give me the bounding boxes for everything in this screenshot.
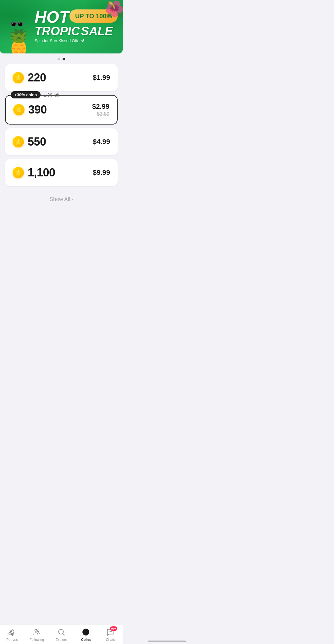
package-right-1100: $9.99 <box>93 169 110 177</box>
banner-flowers-icon: 🌺 <box>105 0 123 18</box>
package-left-1100: ⭐ 1,100 <box>13 166 55 179</box>
coin-icon-1100: ⭐ <box>13 167 24 178</box>
package-left-220: ⭐ 220 <box>13 71 46 84</box>
coin-amount-550: 550 <box>28 135 46 148</box>
dot-1[interactable] <box>58 58 60 60</box>
show-all-container: Show All › <box>0 190 123 212</box>
coin-icon-550: ⭐ <box>13 136 24 147</box>
pagination-dots <box>0 53 123 63</box>
package-right-220: $1.99 <box>93 74 110 82</box>
coin-amount-1100: 1,100 <box>28 166 55 179</box>
bottom-spacer <box>0 212 123 250</box>
pineapple-icon: 🍍 <box>3 30 35 53</box>
price-current-1100: $9.99 <box>93 169 110 177</box>
show-all-label: Show All <box>50 196 70 203</box>
coin-icon-220: ⭐ <box>13 72 24 83</box>
coin-amount-220: 220 <box>28 71 46 84</box>
package-left-390: ⭐ 390 <box>13 103 47 116</box>
show-all-button[interactable]: Show All › <box>50 196 73 203</box>
banner-title-sale: SALE <box>81 25 113 37</box>
banner[interactable]: 🍍 🕶️ HOT TROPIC SALE Spin for Sun-Kissed… <box>0 0 123 53</box>
coin-amount-390: 390 <box>28 103 47 116</box>
coin-icon-390: ⭐ <box>13 104 25 115</box>
featured-badge-label: +30% coins <box>11 91 41 98</box>
banner-subtitle: Spin for Sun-Kissed Offers! <box>35 38 113 43</box>
package-card-1100[interactable]: ⭐ 1,100 $9.99 <box>5 159 118 186</box>
package-right-550: $4.99 <box>93 138 110 146</box>
price-current-550: $4.99 <box>93 138 110 146</box>
chevron-right-icon: › <box>71 197 73 202</box>
price-original-390: $3.89 <box>92 111 109 117</box>
page-wrapper: 🌸 🍍 🕶️ HOT TROPIC SALE Spin for Sun-Kiss… <box>0 0 123 281</box>
package-card-390[interactable]: +30% coins 1:30 left ⭐ 390 $2.99 $3.89 <box>5 95 118 125</box>
package-card-220[interactable]: ⭐ 220 $1.99 <box>5 64 118 91</box>
price-current-390: $2.99 <box>92 103 109 111</box>
sunglasses-icon: 🕶️ <box>9 17 24 31</box>
package-right-390: $2.99 $3.89 <box>92 103 109 117</box>
featured-timer: 1:30 left <box>44 92 59 97</box>
package-left-550: ⭐ 550 <box>13 135 46 148</box>
featured-badge-wrapper: +30% coins 1:30 left <box>11 91 65 98</box>
package-card-550[interactable]: ⭐ 550 $4.99 <box>5 128 118 155</box>
banner-title-tropic: TROPIC <box>35 25 80 37</box>
dot-2[interactable] <box>63 58 65 60</box>
price-current-220: $1.99 <box>93 74 110 82</box>
packages-container: ⭐ 220 $1.99 +30% coins 1:30 left ⭐ 390 $… <box>0 63 123 190</box>
